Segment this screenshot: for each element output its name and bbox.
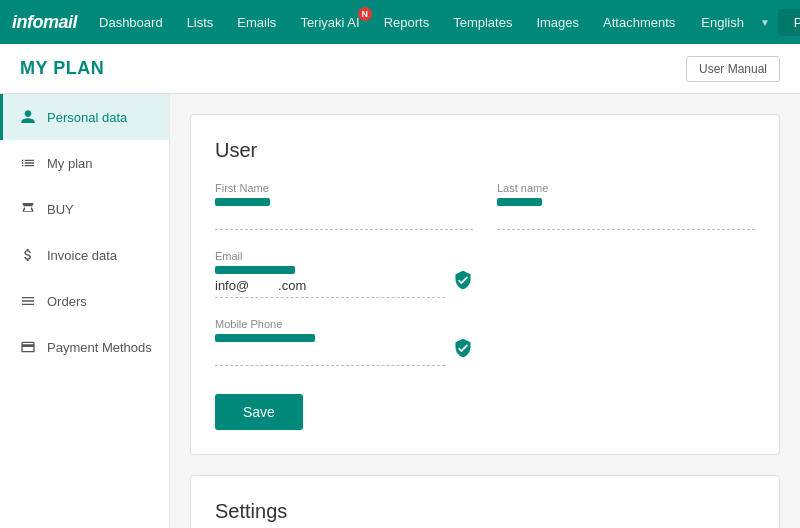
sidebar: Personal data My plan BUY Invoice data O… [0,94,170,528]
email-group: Email [215,250,473,298]
sidebar-label-invoice-data: Invoice data [47,248,117,263]
mobile-verified-icon [453,338,473,362]
invoice-icon [19,246,37,264]
email-spacer [497,250,755,298]
navbar: infomail Dashboard Lists Emails Teriyaki… [0,0,800,44]
last-name-label: Last name [497,182,755,194]
plan-icon [19,154,37,172]
sidebar-item-my-plan[interactable]: My plan [0,140,169,186]
mobile-group: Mobile Phone [215,318,473,366]
nav-dashboard[interactable]: Dashboard [89,9,173,36]
sidebar-item-buy[interactable]: BUY [0,186,169,232]
mobile-label: Mobile Phone [215,318,473,330]
email-field-container [215,266,473,298]
mobile-row: Mobile Phone [215,318,755,366]
page-header: MY PLAN User Manual [0,44,800,94]
nav-emails[interactable]: Emails [227,9,286,36]
person-icon [19,108,37,126]
user-card: User First Name Last name Email [190,114,780,455]
email-verified-icon [453,270,473,294]
user-manual-button[interactable]: User Manual [686,56,780,82]
nav-teriyaki[interactable]: Teriyaki AI N [290,9,369,36]
mobile-field-container [215,334,473,366]
page-title: MY PLAN [20,58,104,79]
nav-reports[interactable]: Reports [374,9,440,36]
notification-badge: N [358,7,372,21]
sidebar-item-payment-methods[interactable]: Payment Methods [0,324,169,370]
layout: Personal data My plan BUY Invoice data O… [0,94,800,528]
first-name-bar [215,198,270,206]
last-name-bar [497,198,542,206]
sidebar-item-invoice-data[interactable]: Invoice data [0,232,169,278]
sidebar-label-my-plan: My plan [47,156,93,171]
email-label: Email [215,250,473,262]
mobile-spacer [497,318,755,366]
sidebar-label-personal-data: Personal data [47,110,127,125]
first-name-label: First Name [215,182,473,194]
orders-icon [19,292,37,310]
nav-templates[interactable]: Templates [443,9,522,36]
nav-images[interactable]: Images [526,9,589,36]
nav-language[interactable]: English [693,9,752,36]
email-bar [215,266,295,274]
name-row: First Name Last name [215,182,755,230]
email-row: Email [215,250,755,298]
main-content: User First Name Last name Email [170,94,800,528]
last-name-input[interactable] [497,208,755,230]
mobile-bar [215,334,315,342]
last-name-group: Last name [497,182,755,230]
brand-logo: infomail [12,12,77,33]
sidebar-label-payment-methods: Payment Methods [47,340,152,355]
nav-lists[interactable]: Lists [177,9,224,36]
buy-icon [19,200,37,218]
email-input[interactable] [215,276,445,298]
mobile-input[interactable] [215,344,445,366]
language-dropdown-arrow[interactable]: ▼ [756,17,774,28]
first-name-input[interactable] [215,208,473,230]
sidebar-item-orders[interactable]: Orders [0,278,169,324]
first-name-group: First Name [215,182,473,230]
sidebar-item-personal-data[interactable]: Personal data [0,94,169,140]
save-button[interactable]: Save [215,394,303,430]
nav-attachments[interactable]: Attachments [593,9,685,36]
sidebar-label-orders: Orders [47,294,87,309]
payment-icon [19,338,37,356]
profile-button[interactable]: Profile [778,9,800,36]
user-card-title: User [215,139,755,162]
settings-card: Settings Language en ▼ Select Language T… [190,475,780,528]
settings-card-title: Settings [215,500,755,523]
sidebar-label-buy: BUY [47,202,74,217]
